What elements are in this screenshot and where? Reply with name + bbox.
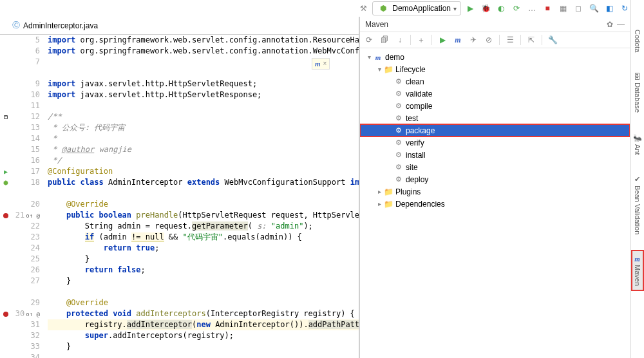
tree-row-root[interactable]: ▾ m demo (360, 51, 630, 63)
updates-button[interactable]: ↻ (620, 3, 630, 14)
breakpoint-icon[interactable] (3, 312, 8, 317)
tree-goal-verify[interactable]: ⚙verify (360, 137, 630, 149)
debug-button[interactable]: 🐞 (480, 3, 491, 14)
java-class-icon: Ⓒ (12, 20, 20, 31)
stop-button[interactable]: ■ (542, 3, 553, 14)
maven-toolbar: ⟳ 🗐 ↓ ＋ ▶ m ✈ ⊘ ☰ ⇱ 🔧 (360, 32, 630, 48)
window-button[interactable]: ◻ (573, 3, 583, 14)
check-icon: ✔ (634, 175, 640, 184)
gear-icon: ⚙ (393, 138, 404, 147)
profile-button[interactable]: ⟳ (511, 3, 522, 14)
gear-icon: ⚙ (393, 126, 404, 135)
collapse-all-icon[interactable]: ⇱ (526, 35, 536, 45)
fold-icon[interactable]: ⊟ (0, 111, 12, 122)
reimport-icon[interactable]: ⟳ (364, 35, 374, 45)
tree-row-dependencies[interactable]: ▸📁Dependencies (360, 198, 630, 210)
maven-settings-icon[interactable]: 🔧 (547, 35, 558, 45)
maven-icon: m (634, 255, 640, 263)
maven-float-icon: m (315, 60, 321, 68)
close-icon[interactable]: × (323, 60, 327, 68)
intention-popup[interactable]: m × (312, 58, 330, 70)
editor-tab[interactable]: Ⓒ AdminInterceptor.java (5, 17, 105, 34)
sidebar-button-maven[interactable]: mMaven (632, 251, 643, 290)
tree-goal-clean[interactable]: ⚙clean (360, 75, 630, 88)
chevron-right-icon: ▸ (375, 188, 383, 195)
database-icon: 🗄 (634, 73, 641, 80)
sidebar-button-database[interactable]: 🗄Database (632, 69, 643, 117)
gear-icon: ⚙ (393, 102, 404, 110)
run-button[interactable]: ▶ (465, 3, 475, 14)
skip-tests-icon[interactable]: ⊘ (484, 35, 494, 45)
gear-icon: ⚙ (393, 114, 404, 122)
breakpoint-icon[interactable] (3, 213, 8, 218)
editor-tabs: Ⓒ AdminInterceptor.java (0, 17, 359, 35)
gear-icon: ⚙ (393, 90, 404, 98)
tree-goal-package[interactable]: ⚙package (360, 124, 630, 137)
tree-goal-validate[interactable]: ⚙validate (360, 88, 630, 100)
chevron-down-icon: ▾ (375, 66, 383, 73)
maven-tree: ▾ m demo ▾ 📁 Lifecycle ⚙clean ⚙validate … (360, 48, 630, 358)
spring-icon: ⬢ (378, 3, 388, 14)
chevron-right-icon: ▸ (375, 200, 383, 207)
tree-goal-site[interactable]: ⚙site (360, 161, 630, 173)
line-numbers: 5 6 7 9 10 11 12 13 14 15 16 17 18 20 21… (12, 35, 45, 358)
gear-icon: ⚙ (393, 77, 404, 86)
search-everywhere-button[interactable]: 🔍 (589, 3, 599, 14)
show-dependencies-icon[interactable]: ☰ (505, 35, 515, 45)
minimize-icon[interactable]: — (617, 20, 625, 29)
tab-title: AdminInterceptor.java (23, 21, 98, 30)
folder-icon: 📁 (383, 200, 393, 209)
maven-module-icon: m (373, 53, 383, 61)
tree-goal-install[interactable]: ⚙install (360, 149, 630, 161)
folder-icon: 📁 (383, 187, 393, 196)
tree-row-plugins[interactable]: ▸📁Plugins (360, 185, 630, 198)
layout-button[interactable]: ▦ (558, 3, 568, 14)
hammer-icon[interactable]: ⚒ (358, 3, 368, 14)
attach-process-button[interactable]: … (527, 3, 537, 14)
run-goal-icon[interactable]: ▶ (437, 35, 448, 45)
toggle-offline-icon[interactable]: ✈ (468, 35, 478, 45)
spring-line-icon[interactable]: ⬢ (3, 180, 8, 186)
chevron-down-icon: ▾ (453, 5, 457, 12)
ant-icon: 🐜 (633, 134, 642, 142)
coverage-button[interactable]: ◐ (496, 3, 506, 14)
run-configuration-label: DemoApplication (392, 4, 451, 13)
tree-goal-test[interactable]: ⚙test (360, 112, 630, 124)
generate-sources-icon[interactable]: 🗐 (379, 35, 390, 45)
gear-icon: ⚙ (393, 151, 404, 159)
tree-goal-deploy[interactable]: ⚙deploy (360, 173, 630, 185)
chevron-down-icon: ▾ (365, 53, 373, 61)
download-icon[interactable]: ↓ (395, 35, 405, 45)
gear-icon: ⚙ (393, 163, 404, 171)
sidebar-button-codota[interactable]: Codota (632, 26, 643, 56)
settings-icon[interactable]: ✿ (607, 20, 613, 29)
maven-title: Maven (365, 20, 388, 29)
add-project-icon[interactable]: ＋ (416, 35, 426, 45)
maven-panel: Maven ✿ — ⟳ 🗐 ↓ ＋ ▶ m ✈ ⊘ ☰ ⇱ 🔧 (359, 17, 630, 358)
gear-icon: ⚙ (393, 175, 404, 184)
code-area[interactable]: import org.springframework.web.servlet.c… (45, 35, 359, 358)
tree-row-lifecycle[interactable]: ▾ 📁 Lifecycle (360, 63, 630, 75)
execute-goal-icon[interactable]: m (453, 35, 463, 45)
run-configuration-selector[interactable]: ⬢ DemoApplication ▾ (372, 1, 461, 15)
tree-goal-compile[interactable]: ⚙compile (360, 100, 630, 112)
sidebar-button-ant[interactable]: 🐜Ant (632, 130, 643, 159)
right-tool-sidebar: Codota 🗄Database 🐜Ant ✔Bean Validation m… (630, 0, 644, 358)
folder-icon: 📁 (383, 65, 393, 74)
editor-area: Ⓒ AdminInterceptor.java ⊟ ▶ ⬢ 5 6 (0, 17, 359, 358)
sidebar-button-bean-validation[interactable]: ✔Bean Validation (632, 171, 643, 238)
run-line-icon[interactable]: ▶ (4, 168, 8, 175)
notifications-button[interactable]: ◧ (604, 3, 614, 14)
gutter-marks: ⊟ ▶ ⬢ (0, 35, 12, 358)
editor-body[interactable]: ⊟ ▶ ⬢ 5 6 7 9 10 11 12 13 (0, 35, 359, 358)
